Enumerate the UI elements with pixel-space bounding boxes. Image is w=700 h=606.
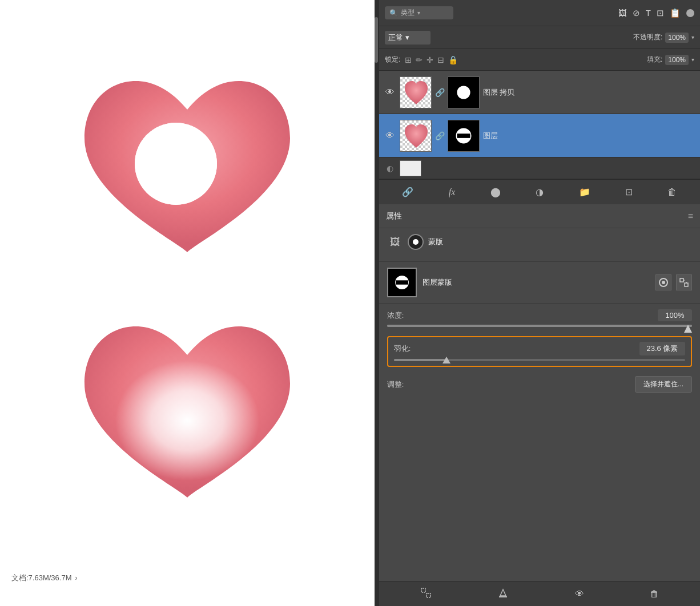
layer-mask-thumb-1 [448,120,480,152]
layer-link-1[interactable]: 🔗 [435,131,444,140]
feather-section: 羽化: 23.6 像素 [387,336,692,367]
properties-spacer [379,398,700,581]
layer-eye-1[interactable]: 👁 [384,131,396,141]
density-value[interactable]: 100% [658,309,692,321]
bottom-icons-bar: 👁 🗑 [379,581,700,606]
heart-bottom-svg [62,304,313,532]
adjust-row: 调整: 选择并遮住... [379,370,700,398]
layer-thumb-1 [400,120,432,152]
layer-thumb-svg-0 [400,77,432,109]
select-icon-svg [420,587,432,599]
layers-list: 👁 🔗 [379,71,700,179]
blend-mode-value: 正常 [388,33,403,43]
properties-panel: 属性 ≡ 🖼 蒙版 图层蒙版 [379,204,700,606]
scrollbar-thumb[interactable] [375,17,378,63]
fill-value[interactable]: 100% [665,55,689,65]
density-slider-fill [387,325,692,327]
lock-row: 锁定: ⊞ ✏ ✛ ⊟ 🔒 填充: 100% ▾ [379,49,700,71]
fx-icon[interactable]: fx [449,187,456,197]
heart-bottom-glow [85,326,290,498]
vector-mask-icon[interactable] [408,234,424,250]
delete-icon[interactable]: 🗑 [650,589,659,599]
circle-slash-icon[interactable]: ⊘ [633,8,640,18]
lock-icon[interactable]: 🔒 [448,55,458,64]
delete-bottom-icon[interactable]: 🗑 [667,187,677,197]
svg-rect-6 [457,134,470,138]
fill-label: 填充: [647,55,662,64]
select-bottom-icon[interactable] [420,587,432,601]
layer-mask-action-icons [655,274,692,290]
layer-mask-section: 图层蒙版 [379,262,700,304]
feather-slider-track[interactable] [394,359,685,361]
right-panel: 🔍 类型 ▾ 🖼 ⊘ T ⊡ 📋 正常 ▾ 不透明度: 100% ▾ 锁定: ⊞… [379,0,700,606]
mask-transform-btn-icon [679,277,689,288]
heart-hole [135,123,217,205]
feather-slider-row [394,359,685,361]
feather-label-row: 羽化: 23.6 像素 [394,342,685,355]
layer-mask-label: 图层蒙版 [423,277,650,288]
text-icon[interactable]: T [646,8,651,18]
folder-icon[interactable]: 📁 [579,187,590,197]
doc-size-text: 文档:7.63M/36.7M [11,573,72,583]
footer-arrow: › [75,574,78,582]
svg-point-3 [457,86,470,99]
svg-rect-17 [427,593,431,597]
properties-header: 属性 ≡ [379,204,700,228]
layer-partial-thumb [400,160,421,176]
adjustment-circle-icon[interactable]: ◑ [536,187,544,197]
artboard-icon[interactable]: 📋 [670,8,681,18]
layers-toolbar: 🔍 类型 ▾ 🖼 ⊘ T ⊡ 📋 [379,0,700,26]
transform-icon[interactable]: ⊡ [657,8,664,18]
density-slider-track[interactable] [387,325,692,327]
mask-refine-btn[interactable] [655,274,671,290]
mask-transform-btn[interactable] [676,274,692,290]
layer-mask-svg-0 [448,76,479,108]
heart-bottom [62,304,313,532]
opacity-label: 不透明度: [633,33,662,42]
lock-grid-icon[interactable]: ⊞ [405,55,412,64]
layer-link-0[interactable]: 🔗 [435,88,444,97]
lock-brush-icon[interactable]: ✏ [416,55,423,64]
lock-move-icon[interactable]: ✛ [427,55,433,64]
fill-dropdown[interactable]: ▾ [691,56,694,63]
layer-item-1[interactable]: 👁 🔗 [379,114,700,157]
lock-artboard-icon[interactable]: ⊟ [437,55,444,64]
image-icon[interactable]: 🖼 [618,8,627,18]
feather-value[interactable]: 23.6 像素 [639,342,685,355]
layer-item-0[interactable]: 👁 🔗 [379,71,700,114]
search-icon: 🔍 [389,9,398,17]
lock-label: 锁定: [385,55,400,64]
eye-bottom-icon[interactable]: 👁 [575,589,584,599]
blend-mode-select[interactable]: 正常 ▾ [385,31,431,45]
select-and-mask-button[interactable]: 选择并遮住... [635,376,692,393]
mask-circle-icon[interactable]: ⬤ [490,187,501,197]
search-dropdown-arrow: ▾ [417,10,420,16]
lock-icons-group: ⊞ ✏ ✛ ⊟ 🔒 [405,55,458,64]
layer-partial-eye[interactable]: ◐ [384,164,396,173]
pixel-mask-icon[interactable]: 🖼 [387,234,403,250]
opacity-row: 不透明度: 100% ▾ [633,33,694,43]
svg-rect-16 [421,588,425,592]
feather-slider-thumb[interactable] [442,357,450,363]
mask-label: 蒙版 [428,237,443,247]
layer-search-box[interactable]: 🔍 类型 ▾ [385,6,453,19]
link-icon[interactable]: 🔗 [402,187,413,197]
toolbar-icons-group: 🖼 ⊘ T ⊡ 📋 [458,8,694,18]
layer-eye-0[interactable]: 👁 [384,87,396,98]
blend-mode-arrow: ▾ [405,33,409,42]
density-row: 浓度: 100% [379,304,700,324]
feather-label: 羽化: [394,344,411,354]
panel-divider [375,0,379,606]
svg-rect-9 [396,280,408,284]
layer-thumb-svg-1 [400,120,432,152]
properties-menu-icon[interactable]: ≡ [688,211,693,221]
fill-bottom-icon[interactable] [497,587,509,601]
density-label: 浓度: [387,310,404,321]
artboard-bottom-icon[interactable]: ⊡ [625,187,633,197]
layer-thumb-0 [400,76,432,108]
svg-point-11 [662,281,665,284]
search-type-label: 类型 [401,8,415,18]
opacity-value[interactable]: 100% [665,33,689,43]
properties-title: 属性 [386,211,402,221]
opacity-dropdown[interactable]: ▾ [691,34,694,41]
